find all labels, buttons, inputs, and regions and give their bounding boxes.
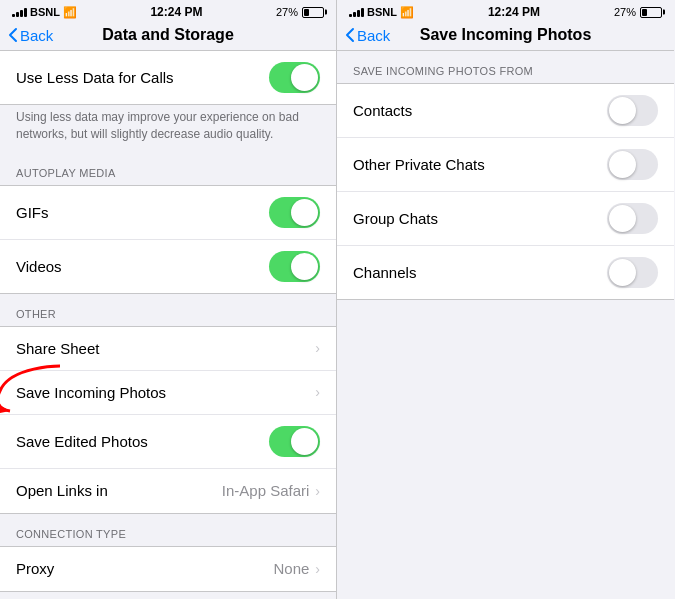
battery-pct-label: 27% bbox=[276, 6, 298, 18]
save-incoming-group: Contacts Other Private Chats Group Chats… bbox=[337, 83, 674, 300]
connection-group: Proxy None › bbox=[0, 546, 336, 592]
proxy-label: Proxy bbox=[16, 560, 54, 577]
share-sheet-item[interactable]: Share Sheet › bbox=[0, 327, 336, 371]
autoplay-group: GIFs Videos bbox=[0, 185, 336, 294]
status-right: 27% bbox=[276, 6, 324, 18]
back-label-left: Back bbox=[20, 27, 53, 44]
time-label: 12:24 PM bbox=[150, 5, 202, 19]
contacts-item[interactable]: Contacts bbox=[337, 84, 674, 138]
save-edited-photos-item[interactable]: Save Edited Photos bbox=[0, 415, 336, 469]
status-right-right: 27% bbox=[614, 6, 662, 18]
content-left: Use Less Data for Calls Using less data … bbox=[0, 51, 336, 599]
proxy-value: None bbox=[273, 560, 309, 577]
use-less-data-group: Use Less Data for Calls bbox=[0, 51, 336, 105]
right-panel: BSNL 📶 12:24 PM 27% Back Save Incoming P… bbox=[337, 0, 674, 599]
signal-bar-4 bbox=[24, 8, 27, 17]
gifs-item[interactable]: GIFs bbox=[0, 186, 336, 240]
status-bar-left: BSNL 📶 12:24 PM 27% bbox=[0, 0, 336, 22]
battery-icon bbox=[302, 7, 324, 18]
gifs-label: GIFs bbox=[16, 204, 49, 221]
content-right: SAVE INCOMING PHOTOS FROM Contacts Other… bbox=[337, 51, 674, 599]
open-links-value: In-App Safari bbox=[222, 482, 310, 499]
contacts-toggle[interactable] bbox=[607, 95, 658, 126]
status-left-right: BSNL 📶 bbox=[349, 6, 414, 19]
open-links-label: Open Links in bbox=[16, 482, 108, 499]
save-incoming-photos-label: Save Incoming Photos bbox=[16, 384, 166, 401]
toggle-knob bbox=[609, 151, 636, 178]
toggle-knob bbox=[609, 259, 636, 286]
other-section-header: OTHER bbox=[0, 294, 336, 326]
time-label-right: 12:24 PM bbox=[488, 5, 540, 19]
save-incoming-section-header: SAVE INCOMING PHOTOS FROM bbox=[337, 51, 674, 83]
use-less-data-label: Use Less Data for Calls bbox=[16, 69, 174, 86]
info-text: Using less data may improve your experie… bbox=[0, 105, 336, 153]
gifs-toggle[interactable] bbox=[269, 197, 320, 228]
contacts-label: Contacts bbox=[353, 102, 412, 119]
other-private-chats-label: Other Private Chats bbox=[353, 156, 485, 173]
carrier-label-right: BSNL bbox=[367, 6, 397, 18]
back-chevron-icon bbox=[8, 27, 18, 43]
carrier-label: BSNL bbox=[30, 6, 60, 18]
toggle-knob bbox=[291, 64, 318, 91]
proxy-item[interactable]: Proxy None › bbox=[0, 547, 336, 591]
back-button-right[interactable]: Back bbox=[345, 27, 390, 44]
back-chevron-icon-right bbox=[345, 27, 355, 43]
save-edited-toggle[interactable] bbox=[269, 426, 320, 457]
signal-bar-2 bbox=[16, 12, 19, 17]
open-links-item[interactable]: Open Links in In-App Safari › bbox=[0, 469, 336, 513]
channels-toggle[interactable] bbox=[607, 257, 658, 288]
page-title-right: Save Incoming Photos bbox=[420, 26, 592, 44]
use-less-data-toggle[interactable] bbox=[269, 62, 320, 93]
proxy-right: None › bbox=[273, 560, 320, 577]
chevron-icon: › bbox=[315, 483, 320, 499]
channels-label: Channels bbox=[353, 264, 416, 281]
status-bar-right: BSNL 📶 12:24 PM 27% bbox=[337, 0, 674, 22]
group-chats-label: Group Chats bbox=[353, 210, 438, 227]
wifi-icon: 📶 bbox=[63, 6, 77, 19]
other-private-chats-toggle[interactable] bbox=[607, 149, 658, 180]
use-less-data-item[interactable]: Use Less Data for Calls bbox=[0, 51, 336, 104]
open-links-right: In-App Safari › bbox=[222, 482, 320, 499]
toggle-knob bbox=[609, 97, 636, 124]
group-chats-item[interactable]: Group Chats bbox=[337, 192, 674, 246]
toggle-knob bbox=[291, 253, 318, 280]
videos-item[interactable]: Videos bbox=[0, 240, 336, 293]
share-sheet-label: Share Sheet bbox=[16, 340, 99, 357]
chevron-icon: › bbox=[315, 384, 320, 400]
back-label-right: Back bbox=[357, 27, 390, 44]
battery-fill bbox=[304, 9, 309, 16]
save-edited-photos-label: Save Edited Photos bbox=[16, 433, 148, 450]
wifi-icon-right: 📶 bbox=[400, 6, 414, 19]
signal-icon bbox=[12, 7, 27, 17]
videos-label: Videos bbox=[16, 258, 62, 275]
status-left: BSNL 📶 bbox=[12, 6, 77, 19]
back-button-left[interactable]: Back bbox=[8, 27, 53, 44]
battery-icon-right bbox=[640, 7, 662, 18]
channels-item[interactable]: Channels bbox=[337, 246, 674, 299]
connection-section-header: CONNECTION TYPE bbox=[0, 514, 336, 546]
toggle-knob bbox=[291, 428, 318, 455]
signal-bar-3 bbox=[20, 10, 23, 17]
battery-pct-right: 27% bbox=[614, 6, 636, 18]
other-group: Share Sheet › Save Incoming Photos › bbox=[0, 326, 336, 514]
save-incoming-photos-item[interactable]: Save Incoming Photos › bbox=[0, 371, 336, 415]
nav-bar-right: Back Save Incoming Photos bbox=[337, 22, 674, 51]
group-chats-toggle[interactable] bbox=[607, 203, 658, 234]
left-panel: BSNL 📶 12:24 PM 27% Back Data and Storag… bbox=[0, 0, 337, 599]
battery-fill-right bbox=[642, 9, 647, 16]
other-private-chats-item[interactable]: Other Private Chats bbox=[337, 138, 674, 192]
nav-bar-left: Back Data and Storage bbox=[0, 22, 336, 51]
toggle-knob bbox=[609, 205, 636, 232]
signal-bar-1 bbox=[12, 14, 15, 17]
videos-toggle[interactable] bbox=[269, 251, 320, 282]
toggle-knob bbox=[291, 199, 318, 226]
page-title-left: Data and Storage bbox=[102, 26, 234, 44]
autoplay-section-header: AUTOPLAY MEDIA bbox=[0, 153, 336, 185]
signal-icon bbox=[349, 7, 364, 17]
chevron-icon: › bbox=[315, 561, 320, 577]
chevron-icon: › bbox=[315, 340, 320, 356]
